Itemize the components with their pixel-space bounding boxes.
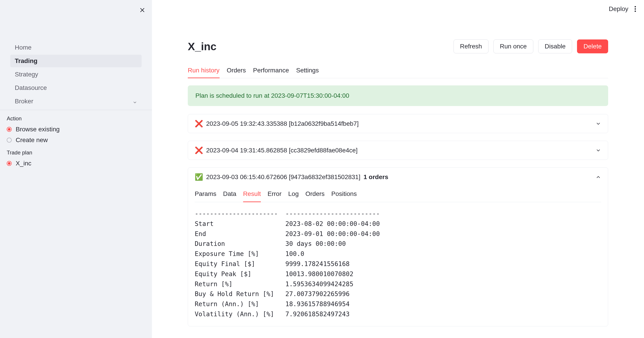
- tab-orders[interactable]: Orders: [227, 67, 246, 78]
- delete-button[interactable]: Delete: [577, 40, 608, 53]
- runs-container: ❌2023-09-05 19:32:43.335388 [b12a0632f9b…: [188, 114, 608, 326]
- chevron-up-icon: [596, 174, 601, 180]
- chevron-down-icon: [133, 99, 137, 104]
- divider: [0, 110, 152, 110]
- radio-icon: [7, 161, 12, 166]
- run-header-left: ✅2023-09-03 06:15:40.672606 [9473a6832ef…: [195, 173, 388, 181]
- sub-tab-positions[interactable]: Positions: [332, 186, 357, 202]
- fail-icon: ❌: [195, 120, 203, 128]
- tradeplan-radio-group: X_inc: [0, 158, 152, 169]
- nav-item-label: Broker: [15, 98, 33, 105]
- schedule-banner: Plan is scheduled to run at 2023-09-07T1…: [188, 86, 608, 106]
- action-radio-group: Browse existingCreate new: [0, 124, 152, 146]
- tab-settings[interactable]: Settings: [296, 67, 319, 78]
- nav-item-broker[interactable]: Broker: [10, 95, 142, 108]
- kebab-menu-icon[interactable]: [634, 6, 636, 12]
- sub-tabs: ParamsDataResultErrorLogOrdersPositions: [195, 186, 601, 202]
- run-header[interactable]: ❌2023-09-04 19:31:45.862858 [cc3829efd88…: [188, 141, 608, 160]
- tab-run-history[interactable]: Run history: [188, 67, 220, 78]
- nav-list: HomeTradingStrategyDatasourceBroker: [0, 41, 152, 108]
- radio-label: Browse existing: [16, 126, 60, 133]
- action-option[interactable]: Browse existing: [7, 124, 145, 135]
- chevron-down-icon: [596, 121, 601, 127]
- content: X_inc Refresh Run once Disable Delete Ru…: [152, 12, 644, 326]
- action-option[interactable]: Create new: [7, 135, 145, 146]
- run-timestamp: 2023-09-05 19:32:43.335388 [b12a0632f9ba…: [206, 120, 358, 127]
- nav-item-home[interactable]: Home: [10, 41, 142, 54]
- sub-tab-result[interactable]: Result: [243, 186, 261, 202]
- nav-item-trading[interactable]: Trading: [10, 55, 142, 67]
- tradeplan-section-label: Trade plan: [0, 150, 152, 156]
- fail-icon: ❌: [195, 146, 203, 154]
- run-item: ❌2023-09-04 19:31:45.862858 [cc3829efd88…: [188, 141, 608, 160]
- nav-item-strategy[interactable]: Strategy: [10, 68, 142, 81]
- sub-tab-orders[interactable]: Orders: [306, 186, 325, 202]
- refresh-button[interactable]: Refresh: [454, 40, 488, 53]
- chevron-down-icon: [596, 148, 601, 153]
- result-output: ---------------------- -----------------…: [195, 209, 601, 320]
- nav-item-label: Datasource: [15, 84, 47, 91]
- topbar: Deploy: [152, 0, 644, 12]
- sub-tab-data[interactable]: Data: [223, 186, 236, 202]
- sub-tab-params[interactable]: Params: [195, 186, 216, 202]
- run-once-button[interactable]: Run once: [494, 40, 533, 53]
- run-timestamp: 2023-09-04 19:31:45.862858 [cc3829efd88f…: [206, 147, 358, 154]
- run-body: ParamsDataResultErrorLogOrdersPositions-…: [188, 186, 608, 326]
- action-section-label: Action: [0, 116, 152, 122]
- radio-label: Create new: [16, 136, 48, 144]
- radio-icon: [7, 127, 12, 132]
- nav-item-datasource[interactable]: Datasource: [10, 82, 142, 94]
- deploy-button[interactable]: Deploy: [609, 6, 628, 12]
- run-header[interactable]: ✅2023-09-03 06:15:40.672606 [9473a6832ef…: [188, 168, 608, 186]
- close-icon[interactable]: [140, 7, 145, 14]
- main: Deploy X_inc Refresh Run once Disable De…: [152, 0, 644, 338]
- run-item: ❌2023-09-05 19:32:43.335388 [b12a0632f9b…: [188, 114, 608, 133]
- tab-performance[interactable]: Performance: [253, 67, 289, 78]
- success-icon: ✅: [195, 173, 203, 181]
- nav-item-label: Strategy: [15, 71, 38, 78]
- button-row: Refresh Run once Disable Delete: [454, 40, 608, 53]
- header-row: X_inc Refresh Run once Disable Delete: [188, 40, 608, 53]
- sub-tab-error[interactable]: Error: [268, 186, 282, 202]
- run-header[interactable]: ❌2023-09-05 19:32:43.335388 [b12a0632f9b…: [188, 114, 608, 133]
- sidebar: HomeTradingStrategyDatasourceBroker Acti…: [0, 0, 152, 338]
- nav-item-label: Trading: [15, 58, 38, 64]
- page-title: X_inc: [188, 40, 216, 53]
- run-header-left: ❌2023-09-04 19:31:45.862858 [cc3829efd88…: [195, 146, 358, 154]
- radio-label: X_inc: [16, 160, 31, 167]
- run-timestamp: 2023-09-03 06:15:40.672606 [9473a6832ef3…: [206, 174, 360, 181]
- sub-tab-log[interactable]: Log: [288, 186, 299, 202]
- run-header-left: ❌2023-09-05 19:32:43.335388 [b12a0632f9b…: [195, 120, 358, 128]
- radio-icon: [7, 138, 12, 142]
- nav-item-label: Home: [15, 44, 32, 51]
- run-item: ✅2023-09-03 06:15:40.672606 [9473a6832ef…: [188, 168, 608, 326]
- disable-button[interactable]: Disable: [538, 40, 572, 53]
- run-orders-count: 1 orders: [364, 174, 388, 181]
- tradeplan-option[interactable]: X_inc: [7, 158, 145, 169]
- main-tabs: Run historyOrdersPerformanceSettings: [188, 67, 608, 78]
